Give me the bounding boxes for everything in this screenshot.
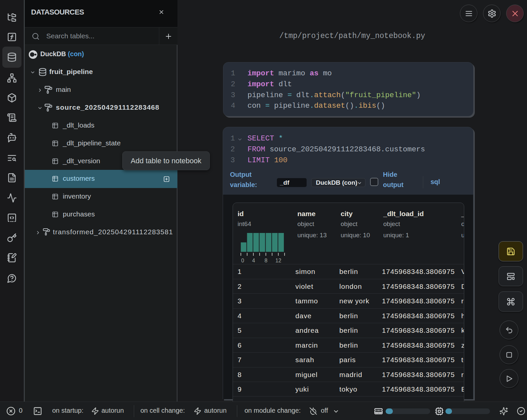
- svg-text:4: 4: [252, 258, 255, 263]
- svg-text:12: 12: [276, 258, 282, 263]
- svg-text:0: 0: [241, 258, 244, 263]
- svg-text:8: 8: [265, 258, 268, 263]
